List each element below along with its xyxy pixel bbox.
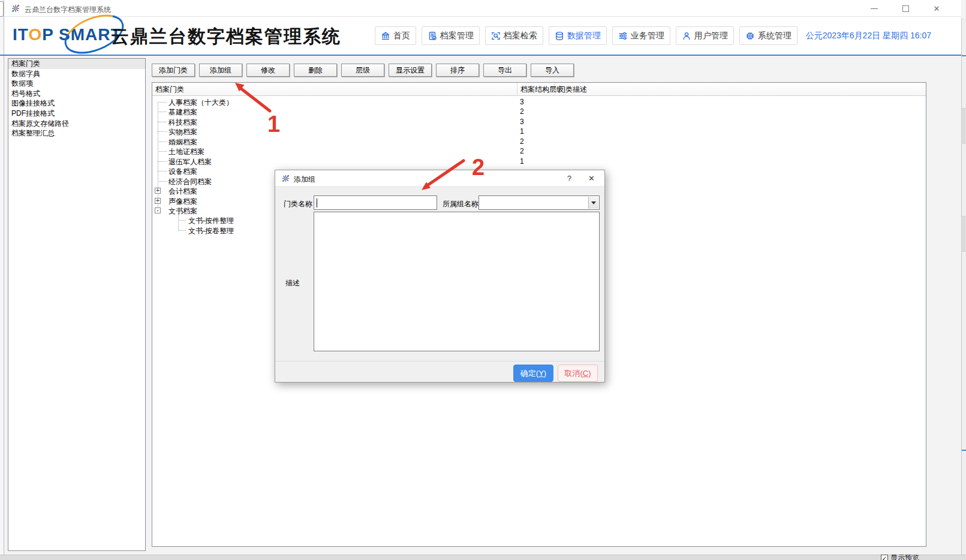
- nav-button-user-manage[interactable]: 用户管理: [676, 26, 734, 45]
- tree-row-label: 文书-按件整理: [188, 216, 234, 226]
- nav-label: 数据管理: [567, 31, 601, 41]
- ok-button[interactable]: 确定(Y): [513, 365, 553, 382]
- bottom-window-edge: [0, 555, 966, 560]
- add-group-dialog: 添加组 ? ✕ 门类名称 所属组名称 描述 确定(Y) 取消(C): [275, 170, 605, 383]
- toolbar-button[interactable]: 修改: [246, 64, 290, 77]
- help-button[interactable]: ?: [567, 174, 571, 183]
- header-separator: [0, 55, 961, 56]
- tree-row-label: 实物档案: [168, 127, 197, 137]
- toolbar-button[interactable]: 排序: [436, 64, 479, 77]
- cancel-button[interactable]: 取消(C): [558, 365, 598, 382]
- dialog-titlebar: 添加组 ? ✕: [275, 170, 604, 186]
- close-icon[interactable]: ✕: [588, 174, 595, 183]
- background-window-left-edge: [0, 0, 4, 560]
- window-title: 云鼎兰台数字档案管理系统: [25, 5, 111, 15]
- tree-row-label: 婚姻档案: [168, 137, 197, 147]
- chevron-down-icon: [591, 201, 596, 204]
- tree-row-level: 2: [520, 107, 524, 116]
- nav-button-archive-search[interactable]: 档案检索: [485, 26, 543, 45]
- user-manage-icon: [682, 31, 691, 41]
- toolbar-button[interactable]: 删除: [294, 64, 337, 77]
- toolbar-button[interactable]: 导入: [531, 64, 574, 77]
- dropdown-button[interactable]: [588, 197, 598, 209]
- background-window-right-edge: [961, 18, 966, 560]
- nav-label: 系统管理: [758, 31, 792, 41]
- tree-row-level: 2: [520, 147, 524, 155]
- minimize-button[interactable]: [870, 4, 878, 13]
- archive-manage-icon: [428, 31, 437, 41]
- toolbar-button[interactable]: 层级: [341, 64, 384, 77]
- description-textarea[interactable]: [314, 212, 600, 351]
- nav-button-data-manage[interactable]: 数据管理: [549, 26, 607, 45]
- tree-row-label: 声像档案: [168, 197, 197, 207]
- maximize-button[interactable]: [901, 4, 910, 13]
- close-button[interactable]: ✕: [932, 4, 941, 13]
- tree-connector: [158, 151, 167, 152]
- category-name-label: 门类名称: [284, 199, 312, 209]
- nav-button-system-manage[interactable]: 系统管理: [739, 26, 798, 45]
- logo-text-o: O: [28, 25, 42, 44]
- sidebar-item[interactable]: 档号格式: [8, 89, 145, 99]
- background-window-tab: [0, 1, 4, 17]
- category-name-input[interactable]: [314, 195, 437, 210]
- logo-text: IT: [13, 25, 28, 44]
- app-icon: [281, 174, 290, 183]
- sidebar-item[interactable]: PDF挂接格式: [8, 109, 145, 119]
- expand-icon[interactable]: +: [155, 198, 161, 204]
- toolbar-button[interactable]: 导出: [483, 64, 526, 77]
- sidebar-item[interactable]: 数据项: [8, 79, 145, 89]
- tree-row-label: 基建档案: [168, 107, 197, 118]
- nav-label: 业务管理: [631, 31, 664, 41]
- toolbar-button[interactable]: 添加门类: [152, 64, 195, 77]
- group-name-select[interactable]: [479, 195, 600, 210]
- system-manage-icon: [745, 31, 755, 41]
- tree-connector: [158, 141, 167, 142]
- sidebar-item[interactable]: 档案原文存储路径: [8, 119, 145, 129]
- tree-connector: [158, 122, 167, 122]
- tree-connector: [158, 102, 167, 103]
- column-header-level[interactable]: 档案结构层级: [517, 83, 555, 96]
- table-header: 档案门类 档案结构层级 门类描述: [152, 83, 926, 96]
- preview-checkbox-label: 显示预览: [890, 553, 919, 560]
- sidebar-item[interactable]: 档案整理汇总: [8, 128, 145, 139]
- dialog-footer-separator: [275, 361, 604, 362]
- tree-connector: [178, 230, 186, 231]
- column-header-description[interactable]: 门类描述: [555, 83, 926, 96]
- tree-row-label: 经济合同档案: [168, 177, 212, 187]
- nav-label: 首页: [393, 31, 410, 41]
- nav-buttons: 首页档案管理档案检索数据管理业务管理用户管理系统管理公元2023年6月22日 星…: [375, 26, 931, 45]
- toolbar-button[interactable]: 显示设置: [389, 64, 432, 77]
- tree-row[interactable]: 婚姻档案2: [152, 137, 926, 146]
- tree-row-label: 科技档案: [168, 118, 197, 128]
- business-manage-icon: [618, 31, 628, 41]
- data-manage-icon: [555, 31, 564, 41]
- expand-icon[interactable]: +: [155, 188, 161, 194]
- tree-row[interactable]: 退伍军人档案1: [152, 156, 926, 166]
- toolbar-button[interactable]: 添加组: [199, 64, 242, 77]
- sidebar-item[interactable]: 数据字典: [8, 69, 145, 79]
- tree-row-label: 退伍军人档案: [168, 157, 212, 167]
- collapse-icon[interactable]: -: [155, 207, 161, 213]
- annotation-step-2: 2: [472, 156, 484, 179]
- tree-row-level: 3: [520, 98, 524, 106]
- text-caret: [317, 198, 317, 207]
- tree-row-label: 文书-按卷整理: [188, 226, 234, 236]
- nav-button-home[interactable]: 首页: [375, 26, 416, 45]
- tree-connector: [158, 161, 167, 162]
- archive-search-icon: [491, 31, 501, 41]
- column-header-category[interactable]: 档案门类: [152, 83, 517, 96]
- sidebar-item[interactable]: 图像挂接格式: [8, 98, 145, 109]
- checkbox-checked-icon[interactable]: ✓: [881, 555, 888, 560]
- tree-connector: [158, 171, 167, 171]
- sidebar-item[interactable]: 档案门类: [8, 59, 145, 69]
- tree-row[interactable]: 土地证档案2: [152, 146, 926, 156]
- sidebar: 档案门类数据字典数据项档号格式图像挂接格式PDF挂接格式档案原文存储路径档案整理…: [8, 58, 146, 551]
- right-strip-mark: [962, 216, 965, 252]
- logo: ITOP SMART: [13, 25, 122, 44]
- titlebar: 云鼎兰台数字档案管理系统 ✕: [4, 0, 961, 17]
- preview-checkbox[interactable]: ✓ 显示预览: [881, 553, 919, 560]
- tree-row-label: 文书档案: [168, 206, 197, 216]
- nav-button-archive-manage[interactable]: 档案管理: [422, 26, 480, 45]
- nav-button-business-manage[interactable]: 业务管理: [612, 26, 670, 45]
- tree-row[interactable]: 人事档案（十大类）3: [152, 97, 926, 107]
